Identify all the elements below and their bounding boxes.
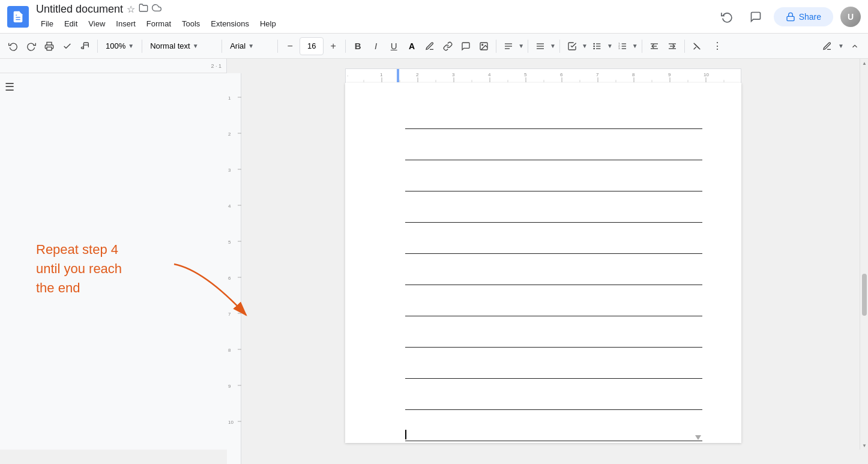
svg-text:8: 8 — [228, 348, 231, 353]
doc-line-3[interactable] — [405, 178, 702, 191]
divider-5 — [345, 40, 346, 53]
svg-rect-3 — [47, 47, 52, 50]
cloud-icon[interactable] — [152, 3, 161, 15]
scrollbar[interactable]: ▲ ▼ — [860, 59, 868, 450]
svg-point-17 — [594, 46, 594, 46]
folder-icon[interactable] — [139, 3, 148, 15]
image-button[interactable] — [475, 37, 492, 55]
menu-insert[interactable]: Insert — [111, 17, 140, 31]
checklist-dropdown-arrow[interactable]: ▼ — [582, 43, 588, 49]
menu-tools[interactable]: Tools — [177, 17, 205, 31]
redo-button[interactable] — [23, 37, 40, 55]
svg-text:2: 2 — [416, 72, 419, 77]
font-size-input[interactable] — [300, 37, 324, 55]
ruler-num-left: 2 · 1 — [211, 63, 222, 69]
doc-title-row: Untitled document ☆ — [36, 3, 711, 16]
share-button[interactable]: Share — [774, 7, 833, 26]
doc-line-7[interactable] — [405, 303, 702, 316]
outline-icon[interactable]: ☰ — [5, 80, 14, 94]
divider-1 — [97, 40, 98, 53]
text-color-button[interactable]: A — [403, 37, 420, 55]
star-icon[interactable]: ☆ — [127, 4, 135, 15]
menu-extensions[interactable]: Extensions — [206, 17, 254, 31]
collapse-toolbar-button[interactable] — [846, 37, 863, 55]
doc-line-2[interactable] — [405, 147, 702, 160]
page-container[interactable]: · 1 2 3 4 5 6 7 8 — [227, 59, 860, 450]
underline-button[interactable]: U — [385, 37, 402, 55]
svg-text:7: 7 — [596, 72, 599, 77]
svg-text:1: 1 — [380, 72, 383, 77]
svg-text:3.: 3. — [618, 47, 620, 50]
scroll-up-button[interactable]: ▲ — [860, 59, 868, 67]
menu-format[interactable]: Format — [142, 17, 176, 31]
svg-text:9: 9 — [228, 384, 231, 389]
more-options-button[interactable]: ⋮ — [709, 37, 726, 55]
divider-3 — [222, 40, 222, 53]
ruler-left: 2 · 1 — [0, 59, 227, 73]
avatar[interactable]: U — [840, 7, 861, 27]
numbered-list-button[interactable]: 1.2.3. — [614, 37, 631, 55]
zoom-selector[interactable]: 100% ▼ — [101, 37, 138, 55]
divider-4 — [277, 40, 278, 53]
doc-line-5[interactable] — [405, 241, 702, 254]
italic-button[interactable]: I — [367, 37, 384, 55]
history-button[interactable] — [716, 6, 738, 28]
bullet-list-button[interactable] — [589, 37, 606, 55]
increase-indent-button[interactable] — [664, 37, 681, 55]
ruler-vertical: 1 2 3 4 5 6 7 8 9 10 — [227, 73, 241, 464]
bold-button[interactable]: B — [349, 37, 366, 55]
comment-button[interactable] — [457, 37, 474, 55]
outline-panel: ☰ — [0, 73, 227, 450]
document-lines[interactable] — [405, 116, 702, 441]
svg-text:1: 1 — [228, 95, 231, 101]
menu-edit[interactable]: Edit — [59, 17, 82, 31]
doc-line-1[interactable] — [405, 116, 702, 129]
menu-file[interactable]: File — [36, 17, 58, 31]
divider-9 — [642, 40, 642, 53]
highlight-button[interactable] — [421, 37, 438, 55]
align-button[interactable] — [500, 37, 517, 55]
scroll-down-button[interactable]: ▼ — [860, 441, 868, 450]
increase-font-size-button[interactable]: + — [325, 37, 342, 55]
title-section: Untitled document ☆ File Edit View Inser… — [36, 3, 711, 31]
toolbar-right: ▼ — [819, 37, 863, 55]
doc-title[interactable]: Untitled document — [36, 3, 123, 16]
checklist-button[interactable] — [564, 37, 580, 55]
title-right: Share U — [716, 6, 861, 28]
link-button[interactable] — [439, 37, 456, 55]
font-selector[interactable]: Arial ▼ — [226, 37, 274, 55]
comments-button[interactable] — [745, 6, 767, 28]
main-area: 2 · 1 ☰ Repeat step 4 until you reach th… — [0, 59, 868, 450]
svg-text:8: 8 — [632, 72, 635, 77]
bullet-dropdown-arrow[interactable]: ▼ — [607, 43, 613, 49]
line-spacing-button[interactable] — [532, 37, 549, 55]
svg-text:5: 5 — [228, 240, 231, 245]
clear-formatting-button[interactable] — [689, 37, 705, 55]
numbered-dropdown-arrow[interactable]: ▼ — [632, 43, 638, 49]
scroll-thumb[interactable] — [862, 274, 867, 316]
pen-tool-button[interactable] — [819, 37, 836, 55]
doc-line-8[interactable] — [405, 334, 702, 348]
svg-text:3: 3 — [452, 72, 455, 77]
decrease-indent-button[interactable] — [646, 37, 663, 55]
undo-button[interactable] — [5, 37, 22, 55]
svg-text:6: 6 — [560, 72, 563, 77]
menu-bar: File Edit View Insert Format Tools Exten… — [36, 17, 711, 31]
spell-check-button[interactable] — [59, 37, 76, 55]
active-line-dropdown-arrow[interactable] — [694, 433, 702, 442]
menu-view[interactable]: View — [83, 17, 110, 31]
doc-line-4[interactable] — [405, 209, 702, 223]
decrease-font-size-button[interactable]: − — [282, 37, 298, 55]
align-dropdown-arrow[interactable]: ▼ — [518, 43, 524, 49]
pen-dropdown-arrow[interactable]: ▼ — [838, 43, 844, 49]
style-selector[interactable]: Normal text ▼ — [146, 37, 218, 55]
doc-line-6[interactable] — [405, 272, 702, 285]
print-button[interactable] — [41, 37, 58, 55]
paint-format-button[interactable] — [77, 37, 94, 55]
line-spacing-dropdown-arrow[interactable]: ▼ — [550, 43, 556, 49]
document-page[interactable] — [345, 83, 741, 443]
doc-line-9[interactable] — [405, 366, 702, 379]
doc-line-10[interactable] — [405, 397, 702, 410]
menu-help[interactable]: Help — [255, 17, 281, 31]
doc-line-active[interactable] — [405, 428, 702, 441]
